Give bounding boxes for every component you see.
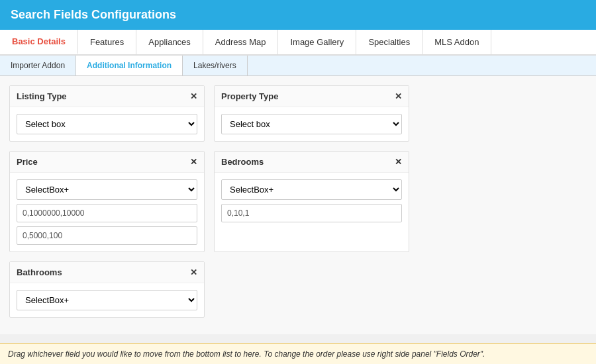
field-input-price-1[interactable]	[17, 226, 197, 245]
tab-mls-addon[interactable]: MLS Addon	[422, 30, 491, 54]
bottom-bar: Drag whichever field you would like to m…	[0, 343, 596, 364]
bottom-bar-text: Drag whichever field you would like to m…	[8, 349, 485, 359]
tab-address-map[interactable]: Address Map	[203, 30, 279, 54]
tab-features[interactable]: Features	[78, 30, 136, 54]
page-title: Search Fields Configurations	[11, 8, 176, 21]
tabs-row1: Basic DetailsFeaturesAppliancesAddress M…	[0, 30, 596, 56]
field-card-price: Price✕SelectBox+	[9, 151, 205, 252]
tab2-importer-addon[interactable]: Importer Addon	[0, 56, 76, 75]
field-card-body-bathrooms: SelectBox+	[10, 283, 204, 317]
page-header: Search Fields Configurations	[0, 0, 596, 30]
field-card-header-bathrooms: Bathrooms✕	[10, 262, 204, 283]
field-label-price: Price	[17, 157, 38, 167]
field-label-bedrooms: Bedrooms	[221, 157, 264, 167]
close-btn-bathrooms[interactable]: ✕	[190, 268, 197, 277]
field-card-property-type: Property Type✕Select box	[214, 85, 409, 142]
tab-basic-details[interactable]: Basic Details	[0, 30, 78, 54]
close-btn-bedrooms[interactable]: ✕	[395, 158, 402, 166]
field-input-price-0[interactable]	[17, 204, 197, 222]
field-label-bathrooms: Bathrooms	[17, 267, 62, 277]
field-card-body-listing-type: Select box	[10, 107, 204, 141]
content-area: Listing Type✕Select boxProperty Type✕Sel…	[0, 76, 596, 334]
field-card-body-property-type: Select box	[215, 107, 409, 141]
tab-specialties[interactable]: Specialties	[356, 30, 422, 54]
field-card-header-price: Price✕	[10, 152, 204, 173]
field-card-header-bedrooms: Bedrooms✕	[215, 152, 409, 173]
close-btn-listing-type[interactable]: ✕	[190, 92, 197, 101]
field-select-bathrooms[interactable]: SelectBox+	[17, 290, 197, 310]
close-btn-property-type[interactable]: ✕	[395, 92, 402, 101]
field-card-bathrooms: Bathrooms✕SelectBox+	[9, 261, 205, 318]
field-card-header-listing-type: Listing Type✕	[10, 86, 204, 107]
field-card-bedrooms: Bedrooms✕SelectBox+	[214, 151, 409, 252]
field-card-body-bedrooms: SelectBox+	[215, 173, 409, 229]
field-input-bedrooms-0[interactable]	[221, 204, 402, 222]
field-label-listing-type: Listing Type	[17, 91, 67, 101]
field-card-header-property-type: Property Type✕	[215, 86, 409, 107]
field-select-property-type[interactable]: Select box	[221, 114, 402, 134]
tab2-lakes/rivers[interactable]: Lakes/rivers	[183, 56, 248, 75]
field-label-property-type: Property Type	[221, 91, 278, 101]
field-select-listing-type[interactable]: Select box	[17, 114, 197, 134]
tab-appliances[interactable]: Appliances	[136, 30, 203, 54]
tabs-row2: Importer AddonAdditional InformationLake…	[0, 56, 596, 76]
close-btn-price[interactable]: ✕	[190, 158, 197, 166]
field-select-price[interactable]: SelectBox+	[17, 179, 197, 200]
tab-image-gallery[interactable]: Image Gallery	[278, 30, 356, 54]
field-select-bedrooms[interactable]: SelectBox+	[221, 179, 402, 200]
field-card-listing-type: Listing Type✕Select box	[9, 85, 205, 142]
field-card-body-price: SelectBox+	[10, 173, 204, 251]
tab2-additional-information[interactable]: Additional Information	[76, 56, 183, 75]
